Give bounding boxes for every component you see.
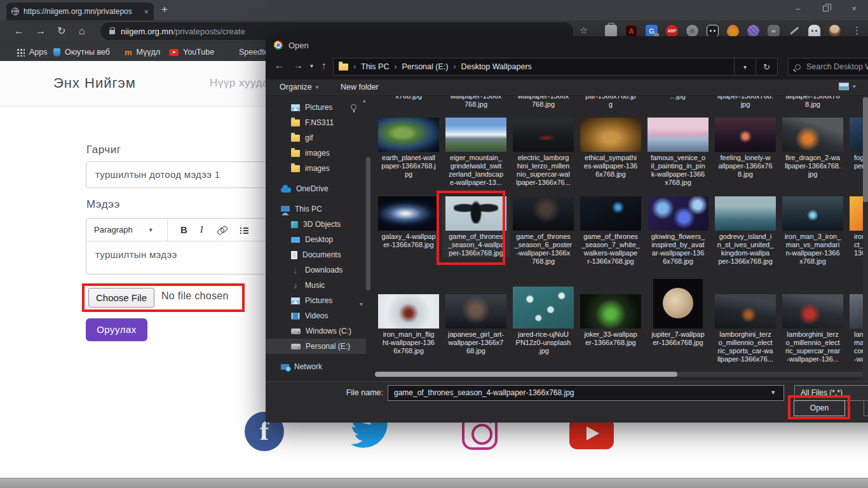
file-thumbnail[interactable] (782, 294, 843, 329)
organize-button[interactable]: Organize ▾ (280, 83, 318, 92)
file-item-glowing-flowers[interactable]: glowing_flowers_ inspired_by_avat ar-wal… (644, 196, 712, 266)
sidebar-item-images-2[interactable]: images (266, 161, 366, 176)
sidebar-item-onedrive[interactable]: OneDrive (266, 181, 366, 196)
file-thumbnail[interactable] (715, 294, 776, 329)
extension-adblock-icon[interactable]: ABP (666, 25, 678, 37)
submit-button[interactable]: Оруулах (86, 318, 147, 341)
extension-infinity-icon[interactable]: ∞ (768, 25, 780, 37)
extension-briefcase-icon[interactable] (605, 25, 617, 37)
nav-home-link[interactable]: Нүүр хуудас (210, 61, 275, 105)
file-thumbnail[interactable] (782, 196, 843, 231)
file-name[interactable]: glowing_flowers_ inspired_by_avat ar-wal… (644, 233, 712, 266)
breadcrumb-desktop-wallpapers[interactable]: Desktop Wallpapers (461, 62, 531, 71)
file-name[interactable]: lamborghini_terz o_millennio_elect ric_s… (712, 330, 779, 363)
file-item-lamborghini-sports-car[interactable]: lamborghini_terz o_millennio_elect ric_s… (712, 294, 779, 363)
sidebar-item-this-pc[interactable]: This PC (266, 201, 366, 217)
file-name[interactable]: godrevy_island_i n_st_ives_united_ kingd… (712, 233, 779, 266)
browser-menu-icon[interactable]: ⋮ (852, 25, 862, 36)
restore-button[interactable] (823, 6, 829, 11)
bookmark-apps[interactable]: Apps (17, 43, 48, 62)
file-item-game-of-thrones-s6[interactable]: game_of_thrones _season_6_poster -wallpa… (510, 196, 577, 266)
sidebar-item-desktop[interactable]: Desktop (266, 232, 366, 247)
file-name[interactable]: game_of_thrones _season_7_white_ walkers… (577, 233, 644, 266)
file-name[interactable]: iron_man_in_flig ht-wallpaper-136 6x768.… (375, 330, 442, 355)
file-thumbnail[interactable] (653, 279, 703, 329)
sidebar-item-videos[interactable]: Videos (266, 308, 366, 323)
horizontal-scrollbar-thumb[interactable] (375, 372, 677, 377)
extension-grey-icon[interactable] (686, 25, 698, 37)
file-thumbnail[interactable] (378, 118, 439, 152)
italic-button[interactable]: I (200, 224, 203, 235)
file-thumbnail[interactable] (445, 294, 506, 329)
sidebar-item-music[interactable]: ♪ Music (266, 278, 366, 293)
new-folder-button[interactable]: New folder (341, 83, 379, 92)
file-item-electric-lamborghini[interactable]: electric_lamborg hini_terzo_millen nio_s… (510, 118, 577, 187)
file-thumbnail[interactable] (445, 118, 506, 152)
file-thumbnail[interactable] (513, 287, 574, 329)
file-thumbnail[interactable] (648, 118, 709, 152)
reload-button[interactable]: ↻ (57, 24, 65, 38)
nav-history-chevron-icon[interactable]: ▾ (310, 62, 313, 69)
file-name[interactable]: jupiter_7-wallpap er-868x488.jpg (644, 330, 712, 347)
file-item-jared-rice-unsplash[interactable]: jared-rice-ujNuU PN12z0-unsplash .jpg (510, 294, 577, 355)
sidebar-item-pictures[interactable]: Pictures (266, 293, 366, 308)
nav-back-button[interactable]: ← (275, 60, 284, 71)
back-button[interactable]: ← (14, 24, 24, 38)
nav-forward-button[interactable]: → (294, 60, 303, 71)
sidebar-item-documents[interactable]: Documents (266, 247, 366, 262)
file-name[interactable]: fire_dragon_2-wa llpaper-868x488. jpg (779, 154, 846, 179)
file-thumbnail[interactable] (715, 196, 776, 231)
file-item-japanese-girl-art[interactable]: japanese_girl_art- wallpaper-1366x7 68.j… (442, 294, 510, 355)
close-window-button[interactable]: × (851, 4, 857, 13)
file-item-lamborghini-supercar-rear[interactable]: lamborghini_terz o_millennio_elect ric_s… (779, 294, 846, 363)
file-item-galaxy[interactable]: galaxy_4-wallpap er-868x488.jpg (375, 196, 442, 249)
file-thumbnail[interactable] (580, 196, 641, 231)
nav-up-button[interactable]: ↑ (322, 60, 327, 71)
paragraph-dropdown[interactable]: Paragraph ▾ (86, 219, 168, 241)
extension-ghostery-icon[interactable] (707, 25, 719, 37)
file-name[interactable]: galaxy_4-wallpap er-868x488.jpg (375, 233, 442, 249)
sidebar-item-downloads[interactable]: ↓ Downloads (266, 262, 366, 278)
sidebar-scroll-up-icon[interactable]: ▴ (363, 97, 366, 104)
youtube-social-icon[interactable] (569, 418, 614, 449)
bold-button[interactable]: B (180, 224, 187, 235)
tab-close-icon[interactable]: × (144, 7, 149, 17)
file-item-iron-man-3[interactable]: iron_man_3_iron_ man_vs_mandari n-wallpa… (779, 196, 846, 266)
sidebar-item-gif[interactable]: gif (266, 130, 366, 146)
vertical-scrollbar-thumb[interactable] (863, 97, 868, 202)
link-icon[interactable] (217, 227, 226, 233)
breadcrumb[interactable]: › This PC › Personal (E:) › Desktop Wall… (333, 58, 778, 76)
bookmark-moodle[interactable]: m Мүүдл (125, 43, 160, 62)
bookmark-youtube[interactable]: YouTube (169, 43, 214, 62)
bookmark-star-icon[interactable]: ☆ (580, 25, 588, 36)
file-name[interactable]: lamborghini_terz o_millennio_elect ric_s… (779, 330, 846, 363)
horizontal-scrollbar[interactable] (375, 372, 868, 377)
sidebar-scrollbar[interactable] (366, 157, 370, 290)
file-item-feeling-lonely[interactable]: feeling_lonely-w allpaper-1366x76 8.jpg (712, 118, 779, 179)
file-name[interactable]: famous_venice_o il_painting_in_pin k-wal… (644, 154, 712, 187)
file-name[interactable]: game_of_thrones _season_6_poster -wallpa… (510, 233, 577, 266)
extension-purple-icon[interactable] (747, 25, 759, 37)
extension-pen-icon[interactable] (788, 25, 800, 37)
file-name-input[interactable]: game_of_thrones_season_4-wallpaper-1366x… (388, 385, 784, 401)
home-button[interactable]: ⌂ (79, 24, 85, 38)
bullet-list-icon[interactable] (240, 227, 248, 233)
extension-flame-icon[interactable] (727, 25, 739, 37)
forward-button[interactable]: → (36, 24, 46, 38)
file-name[interactable]: feeling_lonely-w allpaper-1366x76 8.jpg (712, 154, 779, 179)
browser-tab[interactable]: https://niigem.org.mn/privatepos × (6, 3, 154, 20)
dialog-titlebar[interactable]: Open (266, 36, 868, 54)
search-box[interactable]: Search Desktop W (788, 58, 868, 76)
address-dropdown-icon[interactable]: ▾ (734, 58, 756, 75)
refresh-icon[interactable]: ↻ (756, 58, 777, 75)
sidebar-item-fns311[interactable]: F.NS311 (266, 115, 366, 130)
extension-translate-icon[interactable]: G (646, 25, 658, 37)
file-name[interactable]: earth_planet-wall paper-868x488.j pg (375, 154, 442, 179)
file-thumbnail[interactable] (648, 196, 709, 231)
breadcrumb-this-pc[interactable]: This PC (361, 62, 389, 71)
sidebar-item-network[interactable]: Network (266, 359, 366, 374)
vertical-scrollbar[interactable] (863, 96, 868, 381)
sidebar-item-images-1[interactable]: images (266, 146, 366, 161)
file-name[interactable]: eiger_mountain_ grindelwald_swit zerland… (442, 154, 510, 187)
view-mode-button[interactable]: ▾ (839, 83, 856, 90)
